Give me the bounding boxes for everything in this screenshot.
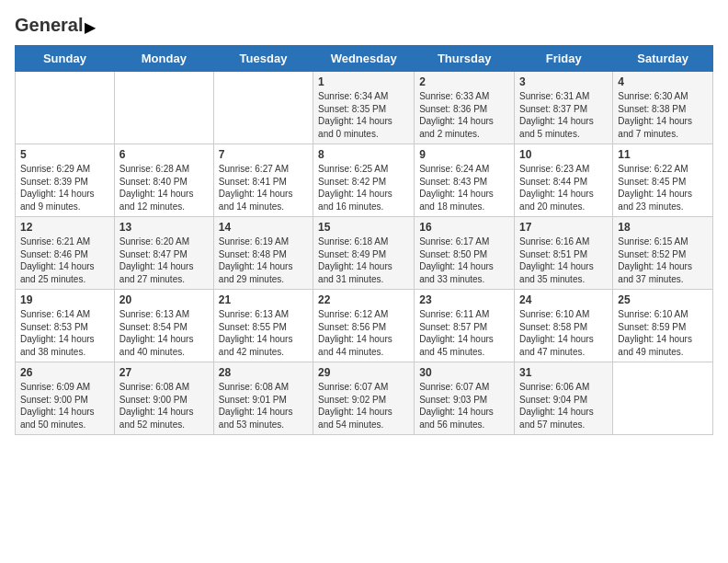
day-content: Sunrise: 6:22 AM Sunset: 8:45 PM Dayligh… [618,163,708,213]
calendar-cell: 28Sunrise: 6:08 AM Sunset: 9:01 PM Dayli… [213,362,313,435]
calendar-cell [213,72,313,144]
calendar-cell: 13Sunrise: 6:20 AM Sunset: 8:47 PM Dayli… [114,217,213,290]
day-content: Sunrise: 6:23 AM Sunset: 8:44 PM Dayligh… [519,163,608,213]
day-content: Sunrise: 6:11 AM Sunset: 8:57 PM Dayligh… [419,308,509,358]
day-number: 15 [318,221,409,234]
day-number: 11 [618,148,708,161]
day-content: Sunrise: 6:07 AM Sunset: 9:03 PM Dayligh… [419,381,509,431]
page-header: General▶ [15,15,713,34]
day-number: 14 [219,221,308,234]
day-content: Sunrise: 6:09 AM Sunset: 9:00 PM Dayligh… [20,381,109,431]
week-row-1: 1Sunrise: 6:34 AM Sunset: 8:35 PM Daylig… [16,72,713,144]
calendar-header-row: SundayMondayTuesdayWednesdayThursdayFrid… [16,46,713,72]
calendar-cell: 18Sunrise: 6:15 AM Sunset: 8:52 PM Dayli… [613,217,713,290]
day-content: Sunrise: 6:17 AM Sunset: 8:50 PM Dayligh… [419,236,509,285]
calendar-cell: 3Sunrise: 6:31 AM Sunset: 8:37 PM Daylig… [515,72,613,144]
day-content: Sunrise: 6:08 AM Sunset: 9:01 PM Dayligh… [219,381,308,431]
day-number: 5 [20,148,109,161]
day-header-friday: Friday [515,46,613,72]
calendar-cell [114,72,213,144]
calendar-cell: 6Sunrise: 6:28 AM Sunset: 8:40 PM Daylig… [114,144,213,217]
day-content: Sunrise: 6:28 AM Sunset: 8:40 PM Dayligh… [119,163,209,213]
day-number: 26 [20,366,109,379]
day-content: Sunrise: 6:20 AM Sunset: 8:47 PM Dayligh… [119,236,209,285]
calendar-cell: 31Sunrise: 6:06 AM Sunset: 9:04 PM Dayli… [515,362,613,435]
day-number: 25 [618,293,708,306]
calendar-cell: 9Sunrise: 6:24 AM Sunset: 8:43 PM Daylig… [415,144,515,217]
calendar-cell: 7Sunrise: 6:27 AM Sunset: 8:41 PM Daylig… [213,144,313,217]
week-row-2: 5Sunrise: 6:29 AM Sunset: 8:39 PM Daylig… [16,144,713,217]
day-number: 27 [119,366,209,379]
day-number: 24 [519,293,608,306]
day-header-saturday: Saturday [613,46,713,72]
day-header-thursday: Thursday [415,46,515,72]
day-number: 3 [519,75,608,88]
day-number: 2 [419,75,509,88]
day-number: 12 [20,221,109,234]
calendar-cell: 20Sunrise: 6:13 AM Sunset: 8:54 PM Dayli… [114,290,213,362]
calendar-cell: 27Sunrise: 6:08 AM Sunset: 9:00 PM Dayli… [114,362,213,435]
day-content: Sunrise: 6:19 AM Sunset: 8:48 PM Dayligh… [219,236,308,285]
day-number: 13 [119,221,209,234]
calendar-cell: 23Sunrise: 6:11 AM Sunset: 8:57 PM Dayli… [415,290,515,362]
day-content: Sunrise: 6:10 AM Sunset: 8:59 PM Dayligh… [618,308,708,358]
day-number: 23 [419,293,509,306]
day-number: 10 [519,148,608,161]
day-number: 18 [618,221,708,234]
calendar-cell: 19Sunrise: 6:14 AM Sunset: 8:53 PM Dayli… [16,290,115,362]
day-number: 6 [119,148,209,161]
day-number: 9 [419,148,509,161]
day-content: Sunrise: 6:18 AM Sunset: 8:49 PM Dayligh… [318,236,409,285]
calendar-cell: 15Sunrise: 6:18 AM Sunset: 8:49 PM Dayli… [313,217,415,290]
day-content: Sunrise: 6:34 AM Sunset: 8:35 PM Dayligh… [318,90,409,140]
day-content: Sunrise: 6:14 AM Sunset: 8:53 PM Dayligh… [20,308,109,358]
calendar-cell: 2Sunrise: 6:33 AM Sunset: 8:36 PM Daylig… [415,72,515,144]
day-content: Sunrise: 6:07 AM Sunset: 9:02 PM Dayligh… [318,381,409,431]
day-number: 29 [318,366,409,379]
day-content: Sunrise: 6:06 AM Sunset: 9:04 PM Dayligh… [519,381,608,431]
calendar-cell: 17Sunrise: 6:16 AM Sunset: 8:51 PM Dayli… [515,217,613,290]
logo-triangle: ▶ [85,18,96,36]
day-content: Sunrise: 6:31 AM Sunset: 8:37 PM Dayligh… [519,90,608,140]
calendar-cell: 11Sunrise: 6:22 AM Sunset: 8:45 PM Dayli… [613,144,713,217]
week-row-4: 19Sunrise: 6:14 AM Sunset: 8:53 PM Dayli… [16,290,713,362]
calendar-cell: 5Sunrise: 6:29 AM Sunset: 8:39 PM Daylig… [16,144,115,217]
calendar-cell: 4Sunrise: 6:30 AM Sunset: 8:38 PM Daylig… [613,72,713,144]
week-row-5: 26Sunrise: 6:09 AM Sunset: 9:00 PM Dayli… [16,362,713,435]
calendar-cell: 24Sunrise: 6:10 AM Sunset: 8:58 PM Dayli… [515,290,613,362]
day-content: Sunrise: 6:13 AM Sunset: 8:54 PM Dayligh… [119,308,209,358]
day-content: Sunrise: 6:25 AM Sunset: 8:42 PM Dayligh… [318,163,409,213]
calendar-cell: 25Sunrise: 6:10 AM Sunset: 8:59 PM Dayli… [613,290,713,362]
logo: General▶ [15,15,96,34]
calendar-cell: 30Sunrise: 6:07 AM Sunset: 9:03 PM Dayli… [415,362,515,435]
calendar-cell: 14Sunrise: 6:19 AM Sunset: 8:48 PM Dayli… [213,217,313,290]
day-content: Sunrise: 6:10 AM Sunset: 8:58 PM Dayligh… [519,308,608,358]
day-content: Sunrise: 6:15 AM Sunset: 8:52 PM Dayligh… [618,236,708,285]
day-number: 7 [219,148,308,161]
day-number: 1 [318,75,409,88]
calendar-cell [16,72,115,144]
calendar-cell: 29Sunrise: 6:07 AM Sunset: 9:02 PM Dayli… [313,362,415,435]
calendar-cell: 26Sunrise: 6:09 AM Sunset: 9:00 PM Dayli… [16,362,115,435]
day-number: 4 [618,75,708,88]
calendar-cell: 10Sunrise: 6:23 AM Sunset: 8:44 PM Dayli… [515,144,613,217]
calendar-cell: 1Sunrise: 6:34 AM Sunset: 8:35 PM Daylig… [313,72,415,144]
day-number: 31 [519,366,608,379]
calendar-cell: 21Sunrise: 6:13 AM Sunset: 8:55 PM Dayli… [213,290,313,362]
day-number: 8 [318,148,409,161]
day-content: Sunrise: 6:12 AM Sunset: 8:56 PM Dayligh… [318,308,409,358]
calendar-cell: 8Sunrise: 6:25 AM Sunset: 8:42 PM Daylig… [313,144,415,217]
day-number: 19 [20,293,109,306]
day-content: Sunrise: 6:16 AM Sunset: 8:51 PM Dayligh… [519,236,608,285]
day-number: 17 [519,221,608,234]
day-header-wednesday: Wednesday [313,46,415,72]
calendar-cell: 22Sunrise: 6:12 AM Sunset: 8:56 PM Dayli… [313,290,415,362]
day-number: 28 [219,366,308,379]
logo-general: General [15,15,83,35]
calendar-cell [613,362,713,435]
day-content: Sunrise: 6:29 AM Sunset: 8:39 PM Dayligh… [20,163,109,213]
day-number: 20 [119,293,209,306]
day-content: Sunrise: 6:30 AM Sunset: 8:38 PM Dayligh… [618,90,708,140]
day-number: 16 [419,221,509,234]
week-row-3: 12Sunrise: 6:21 AM Sunset: 8:46 PM Dayli… [16,217,713,290]
